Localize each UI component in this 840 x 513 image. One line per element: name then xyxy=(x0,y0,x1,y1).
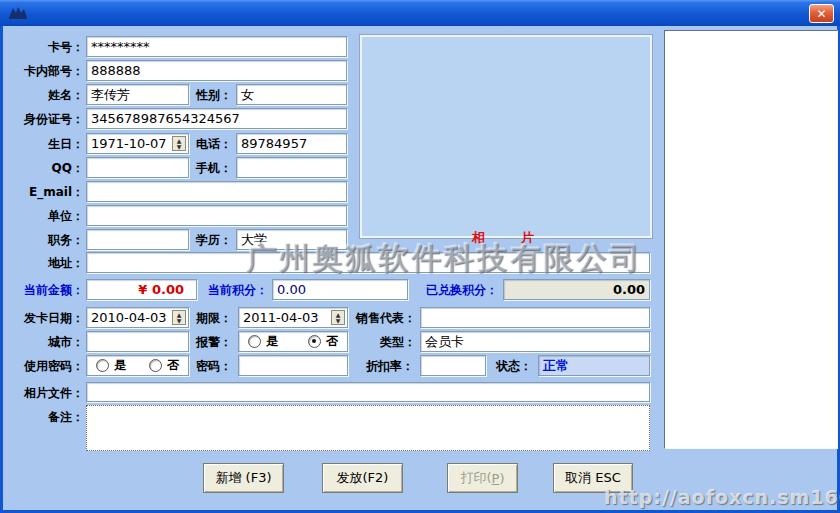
use-password-radio-group: 是 否 xyxy=(86,355,189,376)
print-button-label: 打印( xyxy=(461,469,492,487)
card-no-label: 卡号： xyxy=(6,39,84,55)
discount-rate-input[interactable] xyxy=(420,355,486,376)
name-label: 姓名： xyxy=(6,87,84,103)
name-input[interactable]: 李传芳 xyxy=(86,84,189,105)
phone-input[interactable]: 89784957 xyxy=(236,133,347,154)
expiry-input[interactable]: 2011-04-03 ▲▼ xyxy=(238,307,348,328)
issue-date-spinner[interactable]: ▲▼ xyxy=(172,310,186,325)
job-label: 职务： xyxy=(6,232,84,248)
email-label: E_mail： xyxy=(6,184,84,200)
discount-rate-label: 折扣率： xyxy=(352,358,414,374)
id-number-input[interactable]: 345678987654324567 xyxy=(86,108,347,129)
password-label: 密码： xyxy=(188,358,232,374)
use-password-label: 使用密码： xyxy=(6,358,84,374)
qq-input[interactable] xyxy=(86,157,189,178)
company-input[interactable] xyxy=(86,205,347,226)
card-no-input[interactable]: ********* xyxy=(86,36,347,57)
photo-file-label: 相片文件： xyxy=(6,385,84,401)
photo-tag-label: 相片 xyxy=(472,229,570,247)
password-input[interactable] xyxy=(238,355,348,376)
alarm-yes-label: 是 xyxy=(266,333,278,350)
close-button[interactable]: ✕ xyxy=(809,4,834,23)
education-input[interactable]: 大学 xyxy=(236,229,347,250)
issue-date-value: 2010-04-03 xyxy=(91,310,167,325)
expiry-value: 2011-04-03 xyxy=(243,310,319,325)
type-label: 类型： xyxy=(364,334,416,350)
use-password-yes-label: 是 xyxy=(114,357,126,374)
use-password-yes-radio[interactable] xyxy=(96,359,109,372)
member-card-dialog: ✕ 相片 卡号： ********* 卡内部号： 888888 姓名： 李传芳 … xyxy=(0,0,840,513)
spin-down-icon[interactable]: ▼ xyxy=(177,144,182,150)
redeemed-points-label: 已兑换积分： xyxy=(404,282,498,298)
alarm-yes-radio[interactable] xyxy=(248,335,261,348)
current-amount-field: ¥ 0.00 xyxy=(86,279,197,300)
current-amount-label: 当前金额： xyxy=(6,282,84,298)
card-internal-input[interactable]: 888888 xyxy=(86,60,347,81)
print-button-label-end: ) xyxy=(499,471,504,486)
app-logo-icon xyxy=(8,5,28,21)
job-input[interactable] xyxy=(86,229,189,250)
birthday-input[interactable]: 1971-10-07 ▲▼ xyxy=(86,133,189,154)
gender-input[interactable]: 女 xyxy=(236,84,347,105)
redeemed-points-field: 0.00 xyxy=(503,279,650,300)
use-password-no-label: 否 xyxy=(167,357,179,374)
birthday-spinner[interactable]: ▲▼ xyxy=(172,136,186,151)
spin-down-icon[interactable]: ▼ xyxy=(177,318,182,324)
title-bar[interactable]: ✕ xyxy=(0,0,840,26)
card-internal-label: 卡内部号： xyxy=(6,63,84,79)
issue-date-input[interactable]: 2010-04-03 ▲▼ xyxy=(86,307,189,328)
alarm-no-radio[interactable] xyxy=(308,335,321,348)
print-button: 打印(P) xyxy=(447,463,518,493)
email-input[interactable] xyxy=(86,181,347,202)
company-label: 单位： xyxy=(6,208,84,224)
member-list-panel[interactable] xyxy=(664,30,838,449)
alarm-radio-group: 是 否 xyxy=(238,331,348,352)
photo-placeholder[interactable] xyxy=(360,35,652,238)
mobile-label: 手机： xyxy=(188,160,232,176)
city-label: 城市： xyxy=(6,334,84,350)
birthday-label: 生日： xyxy=(6,136,84,152)
print-hotkey: P xyxy=(492,471,500,486)
expiry-label: 期限： xyxy=(188,310,232,326)
status-field: 正常 xyxy=(538,355,650,376)
education-label: 学历： xyxy=(188,232,232,248)
address-input[interactable] xyxy=(86,252,650,273)
phone-label: 电话： xyxy=(188,136,232,152)
alarm-label: 报警： xyxy=(188,334,232,350)
mobile-input[interactable] xyxy=(236,157,347,178)
city-input[interactable] xyxy=(86,331,189,352)
qq-label: QQ： xyxy=(6,160,84,176)
cancel-button[interactable]: 取消 ESC xyxy=(553,463,633,493)
issue-date-label: 发卡日期： xyxy=(6,310,84,326)
address-label: 地址： xyxy=(6,255,84,271)
remark-label: 备注： xyxy=(6,409,84,425)
alarm-no-label: 否 xyxy=(326,333,338,350)
current-points-label: 当前积分： xyxy=(196,282,268,298)
type-input[interactable]: 会员卡 xyxy=(420,331,650,352)
use-password-no-radio[interactable] xyxy=(149,359,162,372)
add-button[interactable]: 新增 (F3) xyxy=(203,463,284,493)
gender-label: 性别： xyxy=(188,87,232,103)
issue-button[interactable]: 发放(F2) xyxy=(322,463,403,493)
sales-rep-label: 销售代表： xyxy=(348,310,416,326)
expiry-spinner[interactable]: ▲▼ xyxy=(331,310,345,325)
birthday-value: 1971-10-07 xyxy=(91,136,167,151)
status-label: 状态： xyxy=(490,358,532,374)
remark-textarea[interactable] xyxy=(86,405,650,451)
id-number-label: 身份证号： xyxy=(6,111,84,127)
current-points-input[interactable]: 0.00 xyxy=(272,279,408,300)
spin-down-icon[interactable]: ▼ xyxy=(336,318,341,324)
sales-rep-input[interactable] xyxy=(420,307,650,328)
photo-file-input[interactable] xyxy=(86,382,650,402)
